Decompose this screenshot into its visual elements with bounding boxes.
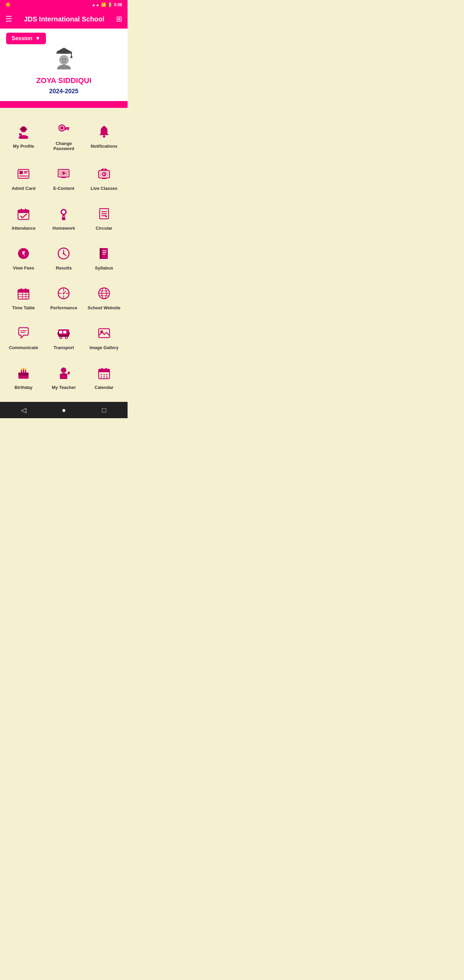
menu-item-my-profile[interactable]: My Profile <box>5 115 42 156</box>
admit-card-icon <box>14 165 33 183</box>
menu-item-school-website[interactable]: School Website <box>86 279 122 315</box>
monitor-icon <box>54 165 73 183</box>
session-label: Session <box>11 35 32 41</box>
svg-rect-104 <box>99 369 110 372</box>
top-bar: ☰ JDS International School ⊞ <box>0 10 127 29</box>
menu-item-performance[interactable]: Performance <box>45 279 82 315</box>
svg-rect-93 <box>23 369 24 373</box>
svg-rect-53 <box>102 250 106 251</box>
svg-rect-94 <box>25 370 26 373</box>
svg-text:₹: ₹ <box>22 251 25 256</box>
grid-icon[interactable]: ⊞ <box>116 14 122 24</box>
menu-label-time-table: Time Table <box>12 305 35 310</box>
svg-rect-38 <box>21 208 22 211</box>
menu-item-my-teacher[interactable]: My Teacher <box>45 359 82 395</box>
menu-item-homework[interactable]: Homework <box>45 199 82 236</box>
menu-label-attendance: Attendance <box>11 226 36 231</box>
svg-rect-35 <box>102 178 106 179</box>
svg-point-98 <box>61 368 66 373</box>
menu-item-e-content[interactable]: E-Content <box>45 159 82 196</box>
svg-rect-16 <box>65 129 67 130</box>
performance-icon <box>54 284 73 302</box>
svg-line-70 <box>64 291 66 293</box>
menu-item-change-password[interactable]: Change Password <box>45 115 82 156</box>
svg-rect-14 <box>64 127 69 129</box>
svg-point-97 <box>25 369 26 371</box>
svg-rect-81 <box>58 335 69 336</box>
svg-point-4 <box>59 55 69 65</box>
menu-item-image-gallery[interactable]: Image Gallery <box>86 319 122 355</box>
avatar-svg <box>50 42 78 69</box>
menu-item-notifications[interactable]: Notifications <box>86 115 122 156</box>
bell-icon <box>95 123 113 141</box>
menu-item-admit-card[interactable]: Admit Card <box>5 159 42 196</box>
svg-rect-100 <box>62 373 65 375</box>
menu-item-time-table[interactable]: Time Table <box>5 279 42 315</box>
svg-rect-57 <box>18 290 29 293</box>
menu-item-view-fees[interactable]: ₹ View Fees <box>5 239 42 275</box>
svg-rect-58 <box>21 288 22 291</box>
chat-icon <box>14 324 33 342</box>
bottom-nav: ◁ ● □ <box>0 402 127 418</box>
book-icon <box>95 244 113 263</box>
svg-rect-79 <box>59 331 62 334</box>
svg-rect-52 <box>100 248 102 259</box>
svg-rect-9 <box>19 134 22 135</box>
menu-item-results[interactable]: Results <box>45 239 82 275</box>
svg-point-108 <box>103 374 105 375</box>
homework-icon <box>54 205 73 223</box>
menu-label-live-classes: Live Classes <box>91 186 118 191</box>
menu-grid: My Profile Change Password <box>3 115 124 395</box>
menu-item-calendar[interactable]: Calendar <box>86 359 122 395</box>
back-button[interactable]: ◁ <box>17 404 30 416</box>
wifi-icon: ▲▲ <box>92 2 100 7</box>
chevron-down-icon: ▼ <box>35 35 40 41</box>
svg-point-111 <box>103 376 105 378</box>
menu-label-communicate: Communicate <box>9 345 38 350</box>
menu-item-transport[interactable]: Transport <box>45 319 82 355</box>
menu-item-syllabus[interactable]: Syllabus <box>86 239 122 275</box>
menu-label-circular: Circular <box>95 226 112 231</box>
header-white-bg: Session ▼ ZOYA SIDDIQUI <box>0 29 127 101</box>
svg-rect-23 <box>19 176 28 177</box>
menu-label-e-content: E-Content <box>53 186 74 191</box>
svg-rect-80 <box>63 331 66 334</box>
menu-item-attendance[interactable]: Attendance <box>5 199 42 236</box>
home-button[interactable]: ● <box>57 404 70 416</box>
birthday-icon <box>14 364 33 382</box>
menu-item-communicate[interactable]: Communicate <box>5 319 42 355</box>
svg-rect-59 <box>25 288 26 291</box>
svg-point-13 <box>60 126 64 130</box>
svg-point-85 <box>66 337 67 338</box>
svg-rect-15 <box>67 129 69 130</box>
gallery-icon <box>95 324 113 342</box>
hamburger-icon[interactable]: ☰ <box>5 14 12 24</box>
header-area: Session ▼ ZOYA SIDDIQUI <box>0 29 127 108</box>
menu-item-live-classes[interactable]: Live Classes <box>86 159 122 196</box>
menu-label-my-profile: My Profile <box>13 143 34 149</box>
session-dropdown[interactable]: Session ▼ <box>5 32 47 45</box>
menu-item-birthday[interactable]: Birthday <box>5 359 42 395</box>
svg-point-109 <box>106 374 108 375</box>
svg-point-83 <box>60 337 62 338</box>
menu-label-view-fees: View Fees <box>13 266 34 270</box>
menu-label-my-teacher: My Teacher <box>52 385 76 390</box>
svg-rect-92 <box>21 370 22 373</box>
svg-rect-43 <box>63 215 64 217</box>
menu-item-circular[interactable]: Circular <box>86 199 122 236</box>
svg-rect-105 <box>102 368 103 371</box>
svg-rect-28 <box>63 177 64 178</box>
svg-rect-102 <box>68 372 70 374</box>
svg-point-96 <box>23 368 24 370</box>
svg-point-95 <box>21 369 22 371</box>
recents-button[interactable]: □ <box>98 404 110 416</box>
menu-label-notifications: Notifications <box>91 143 118 149</box>
svg-rect-22 <box>24 172 27 173</box>
status-left: 🌞 <box>5 2 11 7</box>
svg-line-50 <box>64 253 66 256</box>
teacher-icon <box>54 364 73 382</box>
globe-icon <box>95 284 113 302</box>
status-right: ▲▲ 📶 🔋 5:08 <box>92 2 122 7</box>
calendar-check-icon <box>14 205 33 223</box>
menu-label-performance: Performance <box>50 305 77 310</box>
